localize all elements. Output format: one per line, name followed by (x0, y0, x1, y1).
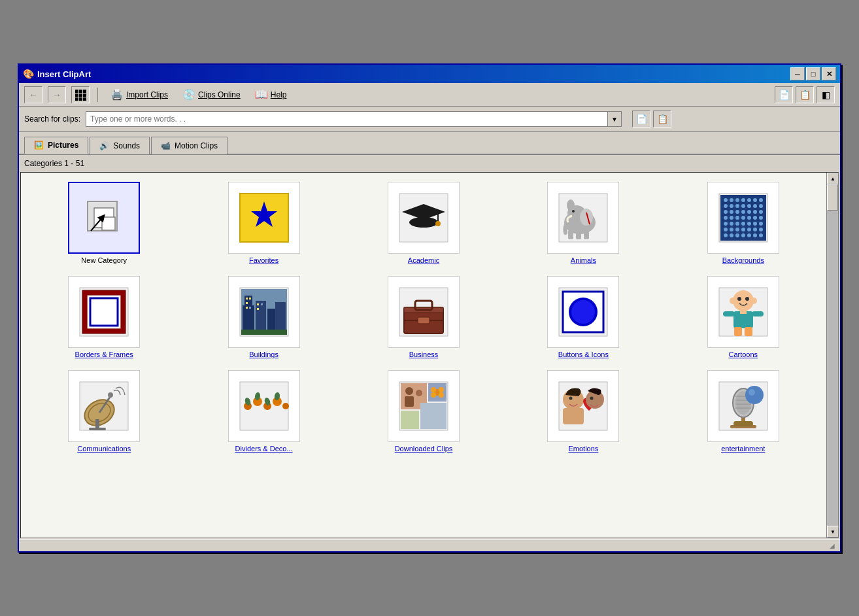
search-input[interactable] (86, 111, 607, 127)
svg-point-43 (753, 204, 757, 208)
svg-point-19 (435, 221, 441, 226)
svg-point-32 (730, 198, 733, 202)
category-item-new-category[interactable]: New Category (27, 179, 180, 267)
backgrounds-label: Backgrounds (722, 256, 764, 264)
maximize-button[interactable]: □ (806, 67, 820, 80)
buttons-icons-label: Buttons & Icons (558, 351, 609, 358)
svg-point-24 (572, 210, 575, 213)
categories-grid: New Category Favorites (21, 173, 826, 538)
scroll-up-button[interactable]: ▲ (827, 173, 839, 184)
category-item-buttons-icons[interactable]: Buttons & Icons (507, 273, 660, 361)
svg-point-59 (724, 222, 728, 226)
category-item-emotions[interactable]: Emotions (507, 368, 660, 455)
forward-button[interactable]: → (48, 86, 66, 103)
svg-point-51 (759, 210, 763, 214)
category-item-buildings[interactable]: Buildings (187, 273, 340, 361)
category-item-cartoons[interactable]: Cartoons (667, 273, 820, 361)
back-button[interactable]: ← (24, 86, 42, 103)
buttons-icons-svg (554, 282, 613, 341)
svg-rect-8 (83, 97, 86, 101)
tab-sounds[interactable]: 🔊 Sounds (90, 137, 150, 154)
svg-rect-143 (401, 411, 419, 429)
emotions-svg (554, 377, 613, 436)
search-paste-button[interactable]: 📋 (653, 111, 671, 128)
svg-rect-0 (75, 90, 78, 93)
svg-rect-144 (420, 403, 446, 429)
svg-point-56 (747, 216, 751, 220)
svg-point-71 (753, 228, 757, 231)
category-item-entertainment[interactable]: entertainment (667, 368, 820, 455)
svg-point-114 (745, 297, 749, 301)
svg-rect-27 (584, 230, 589, 239)
svg-point-72 (759, 228, 763, 231)
academic-label: Academic (408, 256, 439, 264)
svg-point-158 (590, 397, 594, 400)
backgrounds-svg (714, 188, 773, 247)
paste-button[interactable]: 📋 (796, 86, 814, 103)
entertainment-svg (714, 377, 773, 436)
svg-point-170 (749, 389, 755, 396)
search-copy-button[interactable]: 📄 (632, 111, 650, 128)
grid-view-button[interactable] (71, 86, 90, 103)
svg-rect-5 (83, 94, 86, 97)
category-item-favorites[interactable]: Favorites (187, 179, 340, 267)
svg-point-127 (108, 392, 113, 398)
sounds-tab-icon: 🔊 (99, 141, 109, 150)
category-item-borders-frames[interactable]: Borders & Frames (27, 273, 180, 361)
svg-point-61 (735, 222, 739, 226)
svg-point-41 (741, 204, 745, 208)
motion-clips-tab-label: Motion Clips (175, 141, 218, 150)
category-item-downloaded-clips[interactable]: Downloaded Clips (347, 368, 500, 455)
svg-point-46 (730, 210, 733, 214)
minimize-button[interactable]: ─ (790, 67, 805, 80)
svg-point-23 (567, 199, 575, 211)
toolbar: ← → 🖨️ Import Clips 💿 Clips Online (19, 83, 840, 107)
downloaded-clips-label: Downloaded Clips (395, 445, 453, 453)
new-category-image (68, 182, 140, 254)
svg-point-74 (730, 233, 733, 237)
svg-rect-118 (740, 309, 747, 314)
category-item-animals[interactable]: Animals (507, 179, 660, 267)
scroll-down-button[interactable]: ▼ (827, 526, 839, 538)
tab-motion-clips[interactable]: 📹 Motion Clips (151, 137, 227, 154)
close-button[interactable]: ✕ (822, 67, 836, 80)
category-item-business[interactable]: Business (347, 273, 500, 361)
motion-clips-tab-icon: 📹 (161, 141, 171, 150)
svg-point-53 (730, 216, 733, 220)
search-dropdown-button[interactable]: ▼ (607, 111, 622, 127)
borders-frames-label: Borders & Frames (75, 351, 133, 358)
scroll-thumb[interactable] (827, 184, 838, 211)
svg-point-147 (416, 390, 422, 396)
svg-point-50 (753, 210, 757, 214)
svg-rect-7 (79, 97, 82, 101)
clips-online-label: Clips Online (198, 90, 241, 99)
svg-rect-95 (246, 307, 248, 309)
svg-rect-119 (734, 327, 742, 336)
search-bar: Search for clips: ▼ 📄 📋 (19, 107, 840, 132)
resize-grip[interactable]: ◢ (830, 542, 837, 550)
clips-online-button[interactable]: 💿 Clips Online (178, 86, 245, 103)
svg-point-35 (747, 198, 751, 202)
category-item-dividers[interactable]: Dividers & Deco... (187, 368, 340, 455)
pictures-tab-icon: 🖼️ (34, 141, 44, 150)
category-item-communications[interactable]: Communications (27, 368, 180, 455)
svg-point-110 (571, 300, 595, 324)
category-item-academic[interactable]: Academic (347, 179, 500, 267)
category-item-backgrounds[interactable]: Backgrounds (667, 179, 820, 267)
svg-point-67 (730, 228, 733, 231)
business-label: Business (409, 351, 439, 358)
cartoons-label: Cartoons (728, 351, 758, 358)
svg-point-169 (745, 386, 764, 404)
side-panel-button[interactable]: ◧ (817, 86, 835, 103)
tab-pictures[interactable]: 🖼️ Pictures (24, 137, 88, 154)
new-category-label: New Category (81, 256, 127, 264)
backgrounds-image (707, 182, 779, 254)
animals-image (547, 182, 619, 254)
import-clips-button[interactable]: 🖨️ Import Clips (106, 86, 173, 103)
svg-point-37 (759, 198, 763, 202)
help-button[interactable]: 📖 Help (250, 86, 292, 103)
scroll-track[interactable] (827, 184, 838, 526)
copy-button[interactable]: 📄 (775, 86, 793, 103)
svg-point-152 (439, 392, 444, 398)
svg-point-116 (750, 298, 757, 304)
